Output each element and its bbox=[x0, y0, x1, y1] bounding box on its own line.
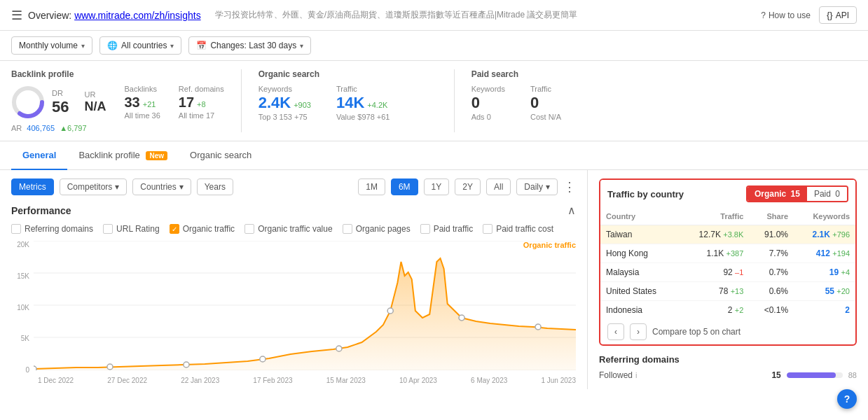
tbc-tab-paid[interactable]: Paid 0 bbox=[807, 187, 847, 201]
share-cell: 91.0% bbox=[749, 225, 794, 244]
left-panel: Metrics Competitors ▾ Countries ▾ Years … bbox=[0, 170, 588, 389]
years-button[interactable]: Years bbox=[197, 178, 233, 195]
checkbox-icon[interactable] bbox=[483, 224, 492, 234]
tab-organic-search[interactable]: Organic search bbox=[179, 141, 263, 170]
question-icon: ? bbox=[761, 10, 766, 20]
header-right: ? How to use {} API bbox=[761, 6, 857, 24]
table-row: Malaysia 92 –1 0.7% 19 +4 bbox=[600, 263, 855, 282]
ref-followed-row: Followed i 15 88 bbox=[599, 370, 857, 380]
dr-ring bbox=[11, 85, 45, 119]
more-options-icon[interactable]: ⋮ bbox=[563, 179, 576, 195]
organic-traffic-stat: Traffic 14K +4.2K Value $978 +61 bbox=[336, 85, 390, 121]
changes-button[interactable]: 📅 Changes: Last 30 days ▾ bbox=[188, 36, 311, 55]
ref-bar bbox=[787, 372, 843, 378]
tbc-header: Traffic by country Organic 15 Paid 0 bbox=[600, 180, 855, 208]
check-paid-traffic[interactable]: Paid traffic bbox=[420, 224, 473, 234]
traffic-by-country-table: Country Traffic Share Keywords Taiwan 12… bbox=[600, 208, 855, 319]
ref-bar-value: 88 bbox=[848, 371, 857, 379]
country-cell: United States bbox=[600, 282, 678, 301]
share-cell: 0.6% bbox=[749, 282, 794, 301]
share-cell: 7.7% bbox=[749, 244, 794, 263]
domain-link[interactable]: www.mitrade.com/zh/insights bbox=[74, 10, 201, 21]
country-cell: Taiwan bbox=[600, 225, 678, 244]
check-paid-traffic-cost[interactable]: Paid traffic cost bbox=[483, 224, 553, 234]
checkbox-icon[interactable] bbox=[420, 224, 430, 234]
competitors-button[interactable]: Competitors ▾ bbox=[60, 178, 128, 195]
traffic-cell: 1.1K +387 bbox=[678, 244, 749, 263]
tab-backlink-profile[interactable]: Backlink profile New bbox=[67, 141, 179, 170]
keywords-cell: 2 bbox=[794, 301, 855, 320]
header-subtitle: 学习投资比特常、外匯、黄金/原油商品期貨、道瓊斯股票指數等近百種產品|Mitra… bbox=[215, 9, 578, 21]
svg-point-14 bbox=[535, 324, 541, 330]
paid-search-block: Paid search Keywords 0 Ads 0 Traffic 0 C… bbox=[471, 69, 668, 132]
table-row: Hong Kong 1.1K +387 7.7% 412 +194 bbox=[600, 244, 855, 263]
traffic-cell: 12.7K +3.8K bbox=[678, 225, 749, 244]
paid-search-title: Paid search bbox=[471, 69, 651, 79]
paid-stats-row: Keywords 0 Ads 0 Traffic 0 Cost N/A bbox=[471, 85, 651, 121]
monthly-volume-button[interactable]: Monthly volume ▾ bbox=[11, 36, 92, 55]
table-row: Indonesia 2 +2 <0.1% 2 bbox=[600, 301, 855, 320]
col-traffic: Traffic bbox=[678, 208, 749, 225]
tab-general[interactable]: General bbox=[11, 141, 67, 170]
countries-button[interactable]: Countries ▾ bbox=[132, 178, 191, 195]
header-left: ☰ Overview: www.mitrade.com/zh/insights … bbox=[11, 8, 577, 23]
paid-traffic-stat: Traffic 0 Cost N/A bbox=[530, 85, 561, 121]
globe-icon: 🌐 bbox=[107, 41, 118, 50]
time-6m-button[interactable]: 6M bbox=[391, 178, 418, 195]
country-cell: Malaysia bbox=[600, 263, 678, 282]
ar-link[interactable]: 406,765 bbox=[27, 124, 55, 132]
header-title: Overview: www.mitrade.com/zh/insights bbox=[28, 10, 201, 21]
checkbox-icon[interactable] bbox=[103, 224, 113, 234]
ar-row: AR 406,765 ▲6,797 bbox=[11, 124, 224, 132]
svg-point-11 bbox=[336, 346, 342, 351]
time-1y-button[interactable]: 1Y bbox=[424, 178, 450, 195]
checkbox-icon[interactable] bbox=[11, 224, 21, 234]
ref-followed-label: Followed i bbox=[599, 370, 637, 380]
collapse-icon[interactable]: ∧ bbox=[567, 204, 576, 217]
stats-section: Backlink profile DR 56 UR N/A Backlinks … bbox=[0, 61, 868, 141]
check-organic-traffic-value[interactable]: Organic traffic value bbox=[244, 224, 333, 234]
all-countries-button[interactable]: 🌐 All countries ▾ bbox=[99, 36, 181, 55]
next-page-button[interactable]: › bbox=[630, 323, 647, 340]
ref-title: Referring domains bbox=[599, 354, 680, 365]
keywords-cell: 55 +20 bbox=[794, 282, 855, 301]
check-organic-traffic[interactable]: Organic traffic bbox=[170, 224, 235, 234]
col-country: Country bbox=[600, 208, 678, 225]
ur-stat: UR N/A bbox=[84, 90, 106, 114]
backlinks-stat: Backlinks 33 +21 All time 36 bbox=[124, 85, 160, 120]
checkbox-icon[interactable] bbox=[343, 224, 352, 234]
keywords-cell: 2.1K +796 bbox=[794, 225, 855, 244]
toolbar: Monthly volume ▾ 🌐 All countries ▾ 📅 Cha… bbox=[0, 31, 868, 61]
share-cell: <0.1% bbox=[749, 301, 794, 320]
check-url-rating[interactable]: URL Rating bbox=[103, 224, 160, 234]
svg-point-13 bbox=[459, 315, 464, 321]
checkbox-icon[interactable] bbox=[244, 224, 254, 234]
check-referring-domains[interactable]: Referring domains bbox=[11, 224, 93, 234]
chevron-down-icon: ▾ bbox=[81, 42, 85, 50]
time-1m-button[interactable]: 1M bbox=[358, 178, 385, 195]
svg-point-8 bbox=[107, 364, 113, 370]
info-icon[interactable]: i bbox=[635, 371, 637, 379]
dr-container: DR 56 UR N/A Backlinks 33 +21 All time 3… bbox=[11, 85, 224, 120]
how-to-use-button[interactable]: ? How to use bbox=[761, 10, 811, 20]
time-2y-button[interactable]: 2Y bbox=[455, 178, 481, 195]
ref-bar-fill bbox=[787, 372, 836, 378]
api-button[interactable]: {} API bbox=[819, 6, 857, 24]
compare-link[interactable]: Compare top 5 on chart bbox=[652, 327, 740, 337]
daily-button[interactable]: Daily ▾ bbox=[516, 178, 558, 195]
chart-controls: Metrics Competitors ▾ Countries ▾ Years … bbox=[11, 178, 576, 195]
ref-domains-stat: Ref. domains 17 +8 All time 17 bbox=[179, 85, 224, 120]
dr-stat: DR 56 bbox=[52, 89, 69, 115]
main-content: Metrics Competitors ▾ Countries ▾ Years … bbox=[0, 170, 868, 389]
time-all-button[interactable]: All bbox=[486, 178, 511, 195]
check-organic-pages[interactable]: Organic pages bbox=[343, 224, 411, 234]
prev-page-button[interactable]: ‹ bbox=[607, 323, 624, 340]
menu-icon[interactable]: ☰ bbox=[11, 8, 22, 23]
svg-point-9 bbox=[184, 362, 189, 368]
tabs-bar: General Backlink profile New Organic sea… bbox=[0, 141, 868, 170]
tbc-tab-organic[interactable]: Organic 15 bbox=[748, 187, 807, 201]
checkbox-icon[interactable] bbox=[170, 224, 179, 234]
ref-header: Referring domains bbox=[599, 354, 857, 365]
chart-svg-container bbox=[34, 241, 576, 374]
metrics-button[interactable]: Metrics bbox=[11, 178, 54, 195]
